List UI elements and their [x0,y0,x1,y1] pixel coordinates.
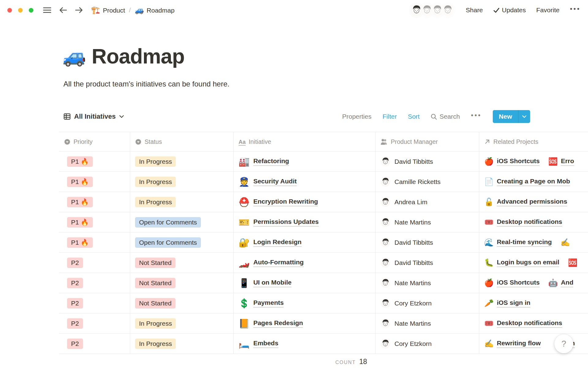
share-button[interactable]: Share [466,6,483,14]
initiative-link[interactable]: Pages Redesign [253,319,303,328]
cell-related-projects[interactable]: 🎟️Desktop notifications [479,212,588,232]
row-count[interactable]: COUNT 18 [335,358,367,366]
more-options-icon[interactable]: ••• [570,7,581,13]
priority-pill[interactable]: P2 [67,258,83,268]
cell-status[interactable]: In Progress [130,334,234,354]
related-project-link[interactable]: And [561,279,573,287]
column-header-related-projects[interactable]: Related Projects [479,132,588,151]
initiative-link[interactable]: Permissions Updates [253,218,319,227]
cell-priority[interactable]: P1 🔥 [59,232,130,252]
page-icon-car[interactable]: 🚙 [62,47,86,66]
filter-button[interactable]: Filter [383,113,397,120]
related-project-link[interactable]: Rewriting flow [497,339,541,348]
initiative-link[interactable]: Security Audit [253,178,297,186]
new-button[interactable]: New [493,110,530,123]
priority-pill[interactable]: P2 [67,298,83,309]
status-pill[interactable]: In Progress [135,177,176,187]
favorite-button[interactable]: Favorite [536,6,560,14]
cell-related-projects[interactable]: 🔓Advanced permissions [479,192,588,212]
cell-status[interactable]: Not Started [130,253,234,273]
updates-button[interactable]: Updates [493,6,526,14]
zoom-window-button[interactable] [29,8,33,13]
related-project[interactable]: 🐛Login bugs on email [484,258,559,267]
column-header-priority[interactable]: Priority [59,132,130,151]
sidebar-menu-icon[interactable] [43,7,51,13]
cell-initiative[interactable]: 🎫Permissions Updates [234,212,375,232]
cell-priority[interactable]: P2 [59,253,130,273]
initiative-link[interactable]: Refactoring [253,157,289,166]
cell-status[interactable]: In Progress [130,192,234,212]
cell-product-manager[interactable]: Nate Martins [375,313,479,333]
related-project-link[interactable]: iOS Shortcuts [497,157,540,166]
cell-related-projects[interactable]: 🌊Real-time syncing✍️ [479,232,588,252]
related-project-link[interactable]: Real-time syncing [497,238,552,247]
initiative-link[interactable]: Embeds [253,339,278,348]
cell-status[interactable]: Open for Comments [130,232,234,252]
related-project[interactable]: 🎟️Desktop notifications [484,319,562,328]
new-button-label[interactable]: New [493,110,518,123]
related-project[interactable]: 🤖And [548,278,573,287]
cell-priority[interactable]: P2 [59,293,130,313]
related-project-link[interactable]: Creating a Page on Mob [497,178,570,186]
related-project[interactable]: 🆘Erro [548,157,574,166]
status-pill[interactable]: Open for Comments [135,237,201,248]
related-project[interactable]: 🆘 [568,258,580,267]
priority-pill[interactable]: P1 🔥 [67,197,93,207]
status-pill[interactable]: In Progress [135,339,176,349]
sort-button[interactable]: Sort [408,113,420,120]
search-button[interactable]: Search [431,113,460,120]
collaborator-avatars[interactable] [409,3,455,17]
page-title[interactable]: Roadmap [92,44,184,68]
related-project-link[interactable]: Desktop notifications [497,218,562,227]
page-description[interactable]: All the product team's initiatives can b… [63,80,229,88]
cell-related-projects[interactable]: 🍎iOS Shortcuts🤖And [479,273,588,293]
related-project[interactable]: ✍️Rewriting flow [484,339,541,348]
related-project-link[interactable]: iOS sign in [497,299,530,308]
initiative-link[interactable]: Encryption Rewriting [253,198,318,206]
cell-priority[interactable]: P1 🔥 [59,172,130,192]
cell-priority[interactable]: P2 [59,334,130,354]
status-pill[interactable]: In Progress [135,156,176,167]
cell-product-manager[interactable]: David Tibbitts [375,232,479,252]
cell-related-projects[interactable]: 📄Creating a Page on Mob [479,172,588,192]
cell-status[interactable]: Not Started [130,273,234,293]
view-more-options-icon[interactable]: ••• [471,114,482,119]
cell-product-manager[interactable]: Nate Martins [375,273,479,293]
cell-product-manager[interactable]: Cory Etzkorn [375,334,479,354]
related-project[interactable]: 🔓Advanced permissions [484,197,567,206]
cell-priority[interactable]: P2 [59,313,130,333]
cell-priority[interactable]: P2 [59,273,130,293]
close-window-button[interactable] [7,8,12,13]
priority-pill[interactable]: P1 🔥 [67,237,93,248]
forward-arrow-icon[interactable] [75,7,83,13]
column-header-product-manager[interactable]: Product Manager [375,132,479,151]
initiative-link[interactable]: Payments [253,299,284,308]
cell-initiative[interactable]: 🛏️Embeds [234,334,375,354]
priority-pill[interactable]: P1 🔥 [67,217,93,228]
cell-status[interactable]: In Progress [130,313,234,333]
cell-product-manager[interactable]: David Tibbitts [375,253,479,273]
cell-initiative[interactable]: ⛑️Encryption Rewriting [234,192,375,212]
cell-initiative[interactable]: 📙Pages Redesign [234,313,375,333]
back-arrow-icon[interactable] [59,7,67,13]
related-project[interactable]: 🍎iOS Shortcuts [484,278,540,287]
cell-priority[interactable]: P1 🔥 [59,212,130,232]
related-project[interactable]: 🎟️Desktop notifications [484,218,562,227]
cell-product-manager[interactable]: David Tibbitts [375,151,479,171]
cell-product-manager[interactable]: Nate Martins [375,212,479,232]
cell-status[interactable]: In Progress [130,151,234,171]
related-project[interactable]: ✍️ [560,238,573,247]
cell-status[interactable]: In Progress [130,172,234,192]
cell-related-projects[interactable]: 🐛Login bugs on email🆘 [479,253,588,273]
status-pill[interactable]: Not Started [135,258,175,268]
priority-pill[interactable]: P2 [67,278,83,288]
cell-priority[interactable]: P1 🔥 [59,192,130,212]
status-pill[interactable]: In Progress [135,197,176,207]
related-project-link[interactable]: iOS Shortcuts [497,279,540,287]
related-project[interactable]: 📄Creating a Page on Mob [484,177,570,186]
cell-status[interactable]: Not Started [130,293,234,313]
view-switcher[interactable]: All Initiatives [63,113,124,121]
breadcrumb-product[interactable]: 🏗️Product [91,6,125,14]
status-pill[interactable]: In Progress [135,318,176,329]
cell-status[interactable]: Open for Comments [130,212,234,232]
